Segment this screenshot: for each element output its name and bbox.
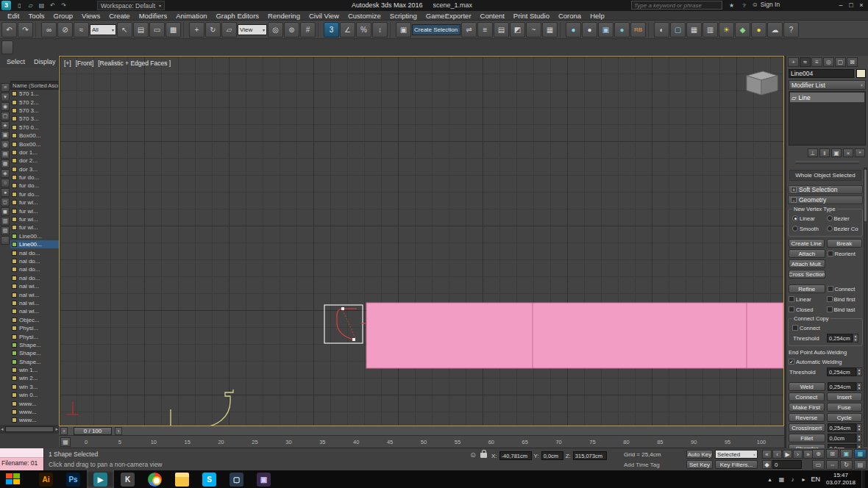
- spinner-arrows[interactable]: ▴▾: [856, 367, 862, 376]
- show-end-result-icon[interactable]: ‖: [819, 148, 830, 157]
- explorer-item[interactable]: www...: [10, 416, 59, 424]
- explorer-item[interactable]: Line00...: [10, 232, 59, 240]
- menu-help[interactable]: Help: [586, 12, 609, 20]
- menu-scripting[interactable]: Scripting: [385, 12, 421, 20]
- next-frame-button[interactable]: ›: [793, 450, 803, 459]
- x-coordinate-field[interactable]: [499, 451, 532, 460]
- explorer-item[interactable]: www...: [10, 399, 59, 407]
- next-frame-arrow[interactable]: ›: [115, 427, 122, 435]
- stack-entry-line[interactable]: ▱Line: [790, 93, 864, 102]
- expand-icon[interactable]: +: [791, 187, 797, 193]
- scrollbar-thumb[interactable]: [864, 170, 867, 221]
- explorer-item[interactable]: dor 1...: [10, 148, 59, 157]
- floating-toolbar-grip[interactable]: [1, 40, 13, 54]
- remove-modifier-icon[interactable]: ×: [843, 148, 853, 157]
- curve-editor-icon[interactable]: ~: [526, 22, 541, 37]
- menu-edit[interactable]: Edit: [3, 12, 24, 20]
- button-break[interactable]: Break: [827, 239, 863, 248]
- utilities-tab-icon[interactable]: ⊠: [847, 57, 858, 67]
- graphite-ribbon-icon[interactable]: ◩: [510, 22, 525, 37]
- rectangular-selection-region-icon[interactable]: ▭: [149, 22, 165, 37]
- language-indicator[interactable]: EN: [811, 476, 820, 483]
- listener-line[interactable]: Filename: 01: [0, 458, 43, 470]
- menu-tools[interactable]: Tools: [24, 12, 49, 20]
- button-chamfer[interactable]: Chamfer: [789, 444, 825, 448]
- rollout-grip[interactable]: [795, 161, 859, 164]
- taskbar-illustrator[interactable]: Ai: [32, 470, 60, 488]
- geometry-rollout-header[interactable]: - Geometry: [788, 195, 863, 204]
- menu-graph-editors[interactable]: Graph Editors: [211, 12, 263, 20]
- zoom-all-icon[interactable]: ⊞: [826, 449, 839, 459]
- explorer-tool-icon[interactable]: ▢: [1, 112, 10, 121]
- explorer-item[interactable]: nal do...: [10, 274, 59, 282]
- y-coordinate-field[interactable]: [541, 451, 563, 460]
- button-make-first[interactable]: Make First: [789, 403, 825, 412]
- menu-corona[interactable]: Corona: [554, 12, 586, 20]
- select-object-icon[interactable]: ↖: [117, 22, 132, 37]
- select-and-scale-icon[interactable]: ▱: [221, 22, 237, 37]
- explorer-item[interactable]: fur do...: [10, 190, 59, 198]
- undo-quick-icon[interactable]: ↶: [48, 1, 57, 10]
- explorer-item[interactable]: dor 2...: [10, 157, 59, 165]
- angle-snap-icon[interactable]: ∠: [340, 22, 355, 37]
- explorer-item[interactable]: Shape...: [10, 358, 59, 366]
- menu-modifiers[interactable]: Modifiers: [135, 12, 172, 20]
- explorer-item[interactable]: www...: [10, 408, 59, 416]
- maximize-viewport-icon[interactable]: ▤: [854, 460, 867, 470]
- edit-named-selections-icon[interactable]: ▣: [396, 22, 411, 37]
- render-iterative-icon[interactable]: ◐: [654, 22, 669, 37]
- start-button[interactable]: [6, 473, 21, 485]
- selection-lock-icon[interactable]: [480, 453, 487, 458]
- taskbar-photoshop[interactable]: Ps: [60, 470, 87, 488]
- pan-icon[interactable]: ⇔: [826, 460, 839, 470]
- viewcube[interactable]: [747, 71, 778, 95]
- cloud-render-icon[interactable]: ☁: [767, 22, 783, 37]
- rb-render-icon[interactable]: RB: [630, 22, 646, 37]
- explorer-item[interactable]: Line00...: [10, 240, 59, 248]
- layer-manager-icon[interactable]: ▤: [494, 22, 509, 37]
- explorer-item[interactable]: fur wi...: [10, 198, 59, 207]
- viewport-canvas[interactable]: [60, 57, 783, 426]
- button-reverse[interactable]: Reverse: [789, 413, 825, 422]
- menu-views[interactable]: Views: [77, 12, 104, 20]
- previous-frame-button[interactable]: ‹: [772, 450, 782, 459]
- motion-tab-icon[interactable]: ◎: [823, 57, 834, 67]
- explorer-menu-display[interactable]: Display: [30, 58, 60, 65]
- object-name-field[interactable]: [789, 69, 854, 78]
- button-refine[interactable]: Refine: [789, 284, 825, 293]
- button-connect[interactable]: Connect: [789, 392, 825, 401]
- radio-bezier-corner[interactable]: Bezier Corner: [827, 224, 859, 233]
- spinner-down-icon[interactable]: ▾: [857, 387, 861, 390]
- mirror-icon[interactable]: ⇌: [461, 22, 477, 37]
- explorer-item[interactable]: Physi...: [10, 332, 59, 340]
- track-bar[interactable]: ▦ 05101520253035404550556065707580859095…: [59, 436, 784, 448]
- explorer-item[interactable]: dor 3...: [10, 165, 59, 173]
- maxscript-mini-listener[interactable]: Filename: 01: [0, 448, 44, 470]
- current-frame-field[interactable]: [772, 460, 802, 469]
- checkbox-automatic-welding[interactable]: ✓Automatic Welding: [789, 357, 862, 366]
- button-insert[interactable]: Insert: [827, 392, 863, 401]
- taskbar-chrome[interactable]: [141, 470, 168, 488]
- explorer-item[interactable]: fur wi...: [10, 223, 59, 232]
- explorer-tool-icon[interactable]: ▾: [1, 93, 10, 101]
- render-setup-icon[interactable]: ●: [582, 22, 597, 37]
- spinner-arrows[interactable]: ▴▾: [856, 434, 862, 442]
- align-icon[interactable]: ≡: [477, 22, 493, 37]
- material-editor-icon[interactable]: ●: [566, 22, 581, 37]
- select-and-rotate-icon[interactable]: ↻: [205, 22, 221, 37]
- explorer-tool-icon[interactable]: ●: [1, 188, 10, 197]
- spinner-arrows[interactable]: ▴▾: [856, 423, 862, 432]
- explorer-item[interactable]: 570 1...: [10, 90, 59, 98]
- explorer-item[interactable]: 570 0...: [10, 123, 59, 132]
- state-sets-icon[interactable]: ▥: [702, 22, 718, 37]
- button-weld[interactable]: Weld: [789, 382, 825, 391]
- explorer-item[interactable]: Box00...: [10, 140, 59, 148]
- orbit-icon[interactable]: ↻: [840, 460, 853, 470]
- explorer-item[interactable]: win 1...: [10, 366, 59, 374]
- select-and-link-icon[interactable]: ∞: [41, 22, 57, 37]
- spinner-field[interactable]: 0,254cm▴▾: [828, 382, 863, 391]
- taskbar-explorer[interactable]: [168, 470, 196, 488]
- button-attach-mult[interactable]: Attach Mult.: [789, 259, 825, 268]
- make-unique-icon[interactable]: ▣: [831, 148, 842, 157]
- explorer-item[interactable]: fur wi...: [10, 215, 59, 223]
